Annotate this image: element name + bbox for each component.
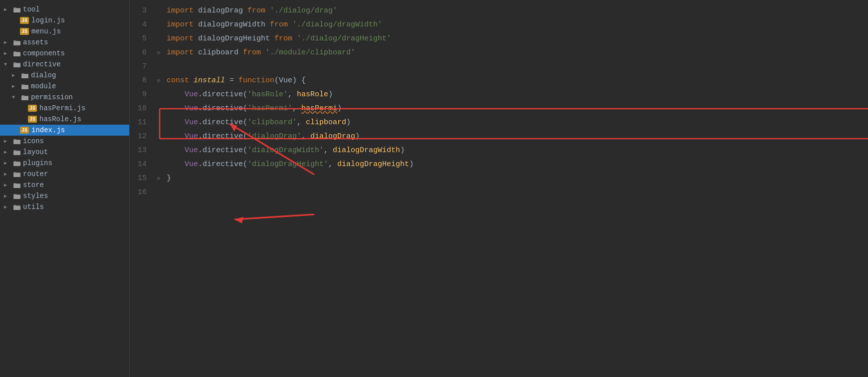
tree-label: router — [23, 170, 48, 178]
token: ) — [328, 90, 333, 99]
line-number: 7 — [130, 60, 155, 74]
token: hasRole — [297, 90, 328, 99]
code-line-6: 6⊖import clipboard from './module/clipbo… — [130, 46, 868, 60]
sidebar-item-dialog[interactable]: ▶ dialog — [0, 70, 129, 81]
line-content: import dialogDrag from './dialog/drag' — [163, 4, 868, 18]
code-line-5: 5import dialogDragHeight from './dialog/… — [130, 32, 868, 46]
token: .directive( — [198, 104, 247, 113]
sidebar-item-components[interactable]: ▶ components — [0, 48, 129, 59]
line-content: } — [163, 172, 868, 186]
token: Vue — [167, 118, 198, 127]
token: , — [324, 146, 333, 155]
svg-line-3 — [234, 214, 314, 219]
chevron-icon: ▼ — [12, 95, 20, 100]
line-content: Vue.directive('dialogDragHeight', dialog… — [163, 158, 868, 172]
token: 'hasPermi' — [247, 104, 292, 113]
tree-label: menu.js — [31, 27, 61, 35]
line-number: 11 — [130, 116, 155, 130]
sidebar-item-module[interactable]: ▶ module — [0, 81, 129, 92]
token: } — [167, 174, 171, 183]
tree-label: hasRole.js — [39, 115, 81, 123]
token: 'dialogDragHeight' — [247, 160, 328, 169]
code-editor: 3import dialogDrag from './dialog/drag'4… — [130, 0, 868, 377]
chevron-icon: ▶ — [12, 83, 20, 89]
tree-label: styles — [23, 192, 48, 200]
tree-label: hasPermi.js — [39, 104, 85, 112]
token: Vue — [167, 146, 198, 155]
chevron-icon: ▶ — [4, 182, 12, 188]
sidebar-item-menu-js[interactable]: JS menu.js — [0, 26, 129, 37]
sidebar-item-plugins[interactable]: ▶ plugins — [0, 158, 129, 169]
line-content: Vue.directive('dialogDragWidth', dialogD… — [163, 144, 868, 158]
folder-icon — [13, 39, 21, 46]
folder-icon — [13, 50, 21, 57]
tree-label: index.js — [31, 126, 65, 134]
sidebar-item-index-js[interactable]: JS index.js — [0, 125, 129, 136]
line-content: Vue.directive('hasPermi', hasPermi) — [163, 102, 868, 116]
line-content: const install = function(Vue) { — [163, 74, 868, 88]
tree-label: assets — [23, 38, 48, 46]
sidebar-item-icons[interactable]: ▶ icons — [0, 136, 129, 147]
js-file-icon: JS — [28, 116, 37, 123]
token: hasPermi — [301, 104, 337, 113]
sidebar-item-styles[interactable]: ▶ styles — [0, 190, 129, 201]
tree-label: store — [23, 181, 44, 189]
tree-label: module — [31, 82, 56, 90]
js-file-icon: JS — [20, 127, 29, 134]
token: , — [288, 90, 297, 99]
token: dialogDragWidth — [333, 146, 400, 155]
code-line-9: 9 Vue.directive('hasRole', hasRole) — [130, 88, 868, 102]
line-number: 4 — [130, 18, 155, 32]
token: './module/clipboard' — [265, 48, 355, 57]
sidebar-item-hasPermi-js[interactable]: JS hasPermi.js — [0, 103, 129, 114]
token: import — [167, 6, 198, 15]
tree-label: utils — [23, 203, 44, 211]
code-line-15: 15⊖} — [130, 172, 868, 186]
line-number: 10 — [130, 102, 155, 116]
sidebar-item-hasRole-js[interactable]: JS hasRole.js — [0, 114, 129, 125]
token: const — [167, 76, 194, 85]
line-content: import dialogDragHeight from './dialog/d… — [163, 32, 868, 46]
line-content: Vue.directive('clipboard', clipboard) — [163, 116, 868, 130]
chevron-icon: ▶ — [4, 6, 12, 12]
tree-label: permission — [31, 93, 73, 101]
token: clipboard — [306, 118, 346, 127]
token: 'hasRole' — [247, 90, 288, 99]
code-content: 3import dialogDrag from './dialog/drag'4… — [130, 0, 868, 203]
token: 'dialogDrag' — [247, 132, 301, 141]
token: Vue — [167, 104, 198, 113]
token: dialogDragWidth — [198, 20, 270, 29]
token: ) { — [292, 76, 306, 85]
sidebar-item-store[interactable]: ▶ store — [0, 180, 129, 190]
line-number: 13 — [130, 144, 155, 158]
sidebar-item-directive[interactable]: ▼ directive — [0, 59, 129, 70]
sidebar-item-login-js[interactable]: JS login.js — [0, 15, 129, 26]
chevron-icon: ▶ — [4, 160, 12, 166]
code-line-3: 3import dialogDrag from './dialog/drag' — [130, 4, 868, 18]
token: .directive( — [198, 160, 247, 169]
token: Vue — [167, 90, 198, 99]
sidebar-item-tool[interactable]: ▶ tool — [0, 4, 129, 15]
chevron-icon: ▶ — [4, 149, 12, 155]
code-line-7: 7 — [130, 60, 868, 74]
token: .directive( — [198, 90, 247, 99]
chevron-icon: ▶ — [4, 171, 12, 177]
sidebar-item-assets[interactable]: ▶ assets — [0, 37, 129, 48]
code-line-11: 11 Vue.directive('clipboard', clipboard) — [130, 116, 868, 130]
folder-icon — [21, 72, 29, 79]
chevron-icon: ▶ — [4, 204, 12, 210]
code-line-8: 8⊖const install = function(Vue) { — [130, 74, 868, 88]
token: import — [167, 20, 198, 29]
line-number: 14 — [130, 158, 155, 172]
token: dialogDragHeight — [337, 160, 409, 169]
token: 'clipboard' — [247, 118, 297, 127]
code-line-16: 16 — [130, 186, 868, 199]
token: function — [238, 76, 274, 85]
token: ) — [337, 104, 342, 113]
code-lines: 3import dialogDrag from './dialog/drag'4… — [130, 0, 868, 203]
sidebar-item-utils[interactable]: ▶ utils — [0, 201, 129, 212]
sidebar-item-layout[interactable]: ▶ layout — [0, 147, 129, 158]
sidebar-item-router[interactable]: ▶ router — [0, 169, 129, 180]
sidebar-item-permission[interactable]: ▼ permission — [0, 92, 129, 103]
token: dialogDrag — [198, 6, 247, 15]
